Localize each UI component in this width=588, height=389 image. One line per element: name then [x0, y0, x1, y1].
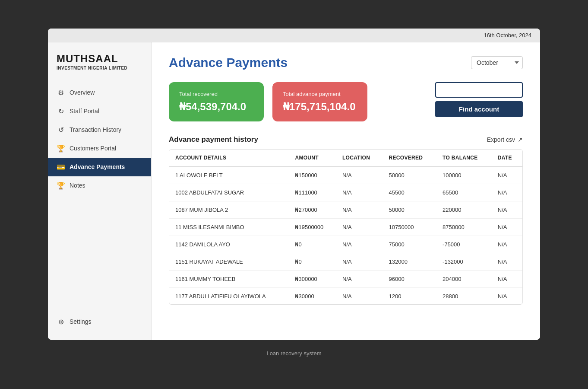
find-account-button[interactable]: Find account	[435, 101, 523, 117]
cell-recovered: 1200	[383, 287, 437, 305]
total-advance-label: Total advance payment	[283, 91, 357, 97]
sidebar-item-label: Advance Payments	[70, 163, 125, 170]
table-header-row-el: ACCOUNT DETAILS AMOUNT LOCATION RECOVERE…	[169, 150, 522, 166]
advance-icon: 💳	[57, 163, 65, 171]
find-account-area: Find account	[435, 82, 523, 117]
overview-icon: ⚙	[57, 89, 65, 97]
cell-location: N/A	[336, 287, 383, 305]
total-recovered-label: Total recovered	[179, 91, 253, 97]
table-head: ACCOUNT DETAILS AMOUNT LOCATION RECOVERE…	[169, 150, 522, 166]
export-csv-button[interactable]: Export csv ↗	[487, 136, 523, 143]
col-account-details: ACCOUNT DETAILS	[169, 150, 289, 166]
cell-date: N/A	[492, 236, 522, 253]
sidebar-item-label: Overview	[70, 89, 95, 96]
footer-label: Loan recovery system	[266, 350, 321, 361]
sidebar-item-label: Notes	[70, 182, 85, 189]
total-advance-value: ₦175,715,104.0	[283, 101, 357, 113]
notes-icon: 🏆	[57, 182, 65, 190]
sidebar-item-label: Transaction History	[70, 126, 121, 133]
cell-location: N/A	[336, 253, 383, 270]
history-icon: ↺	[57, 126, 65, 134]
total-recovered-card: Total recovered ₦54,539,704.0	[169, 82, 264, 121]
logo-area: MUTHSAAL INVESTMENT NIGERIA LIMITED	[48, 42, 151, 79]
table-row: 1161 MUMMY TOHEEB ₦300000 N/A 96000 2040…	[169, 270, 522, 287]
cell-location: N/A	[336, 184, 383, 201]
col-recovered: RECOVERED	[383, 150, 437, 166]
sidebar-item-notes[interactable]: 🏆 Notes	[48, 176, 151, 195]
sidebar-item-overview[interactable]: ⚙ Overview	[48, 83, 151, 102]
cell-amount: ₦270000	[289, 201, 336, 218]
col-to-balance: TO BALANCE	[436, 150, 492, 166]
sidebar: MUTHSAAL INVESTMENT NIGERIA LIMITED ⚙ Ov…	[48, 42, 152, 340]
cell-date: N/A	[492, 184, 522, 201]
find-account-input[interactable]	[435, 82, 523, 98]
cell-to-balance: 8750000	[436, 218, 492, 236]
sidebar-item-customers-portal[interactable]: 🏆 Customers Portal	[48, 139, 151, 158]
cell-account: 1151 RUKAYAT ADEWALE	[169, 253, 289, 270]
cell-account: 11 MISS ILESANMI BIMBO	[169, 218, 289, 236]
table-row: 1177 ABDULLATIFIFU OLAYIWOLA ₦30000 N/A …	[169, 287, 522, 305]
cell-amount: ₦111000	[289, 184, 336, 201]
cell-account: 1177 ABDULLATIFIFU OLAYIWOLA	[169, 287, 289, 305]
cell-to-balance: 204000	[436, 270, 492, 287]
cell-account: 1002 ABDULFATAI SUGAR	[169, 184, 289, 201]
cell-account: 1087 MUM JIBOLA 2	[169, 201, 289, 218]
cell-date: N/A	[492, 270, 522, 287]
sidebar-item-label: Customers Portal	[70, 145, 116, 152]
table-row: 1002 ABDULFATAI SUGAR ₦111000 N/A 45500 …	[169, 184, 522, 201]
cell-amount: ₦150000	[289, 166, 336, 184]
sidebar-item-transaction-history[interactable]: ↺ Transaction History	[48, 121, 151, 139]
cell-recovered: 75000	[383, 236, 437, 253]
cell-amount: ₦0	[289, 236, 336, 253]
main-content: Advance Payments October January Februar…	[152, 42, 540, 340]
cell-amount: ₦19500000	[289, 218, 336, 236]
export-label: Export csv	[487, 136, 515, 143]
top-bar: 16th October, 2024	[48, 29, 540, 42]
cell-date: N/A	[492, 253, 522, 270]
logo-subtitle: INVESTMENT NIGERIA LIMITED	[57, 66, 142, 70]
sidebar-item-advance-payments[interactable]: 💳 Advance Payments	[48, 158, 151, 176]
cell-to-balance: -75000	[436, 236, 492, 253]
cell-amount: ₦30000	[289, 287, 336, 305]
table-container: ACCOUNT DETAILS AMOUNT LOCATION RECOVERE…	[169, 149, 523, 305]
table-row: 11 MISS ILESANMI BIMBO ₦19500000 N/A 107…	[169, 218, 522, 236]
section-title: Advance payment history	[169, 135, 258, 144]
settings-icon: ⊕	[57, 318, 65, 326]
cell-date: N/A	[492, 166, 522, 184]
cell-date: N/A	[492, 218, 522, 236]
total-advance-card: Total advance payment ₦175,715,104.0	[272, 82, 367, 121]
main-layout: MUTHSAAL INVESTMENT NIGERIA LIMITED ⚙ Ov…	[48, 42, 540, 340]
cell-to-balance: -132000	[436, 253, 492, 270]
cell-to-balance: 100000	[436, 166, 492, 184]
table-row: 1142 DAMILOLA AYO ₦0 N/A 75000 -75000 N/…	[169, 236, 522, 253]
table-row: 1 ALOWOLE BELT ₦150000 N/A 50000 100000 …	[169, 166, 522, 184]
cell-recovered: 50000	[383, 201, 437, 218]
page-header: Advance Payments October January Februar…	[169, 55, 523, 70]
col-amount: AMOUNT	[289, 150, 336, 166]
sidebar-item-staff-portal[interactable]: ↻ Staff Portal	[48, 102, 151, 121]
cell-account: 1142 DAMILOLA AYO	[169, 236, 289, 253]
summary-row: Total recovered ₦54,539,704.0 Total adva…	[169, 82, 523, 121]
cell-recovered: 96000	[383, 270, 437, 287]
sidebar-item-settings[interactable]: ⊕ Settings	[48, 312, 151, 331]
sidebar-item-label: Staff Portal	[70, 108, 99, 115]
cell-to-balance: 28800	[436, 287, 492, 305]
current-date: 16th October, 2024	[484, 32, 531, 38]
table-row: 1151 RUKAYAT ADEWALE ₦0 N/A 132000 -1320…	[169, 253, 522, 270]
cell-amount: ₦0	[289, 253, 336, 270]
staff-icon: ↻	[57, 107, 65, 115]
cell-account: 1161 MUMMY TOHEEB	[169, 270, 289, 287]
col-date: DATE	[492, 150, 522, 166]
nav-items: ⚙ Overview ↻ Staff Portal ↺ Transaction …	[48, 83, 151, 312]
cell-to-balance: 220000	[436, 201, 492, 218]
advance-payments-table: ACCOUNT DETAILS AMOUNT LOCATION RECOVERE…	[169, 150, 522, 305]
cell-recovered: 45500	[383, 184, 437, 201]
table-row: 1087 MUM JIBOLA 2 ₦270000 N/A 50000 2200…	[169, 201, 522, 218]
cell-amount: ₦300000	[289, 270, 336, 287]
settings-label: Settings	[70, 318, 92, 325]
cell-location: N/A	[336, 236, 383, 253]
total-recovered-value: ₦54,539,704.0	[179, 101, 253, 113]
table-body: 1 ALOWOLE BELT ₦150000 N/A 50000 100000 …	[169, 166, 522, 305]
app-window: 16th October, 2024 MUTHSAAL INVESTMENT N…	[48, 29, 540, 340]
month-selector[interactable]: October January February March April May…	[471, 56, 523, 69]
